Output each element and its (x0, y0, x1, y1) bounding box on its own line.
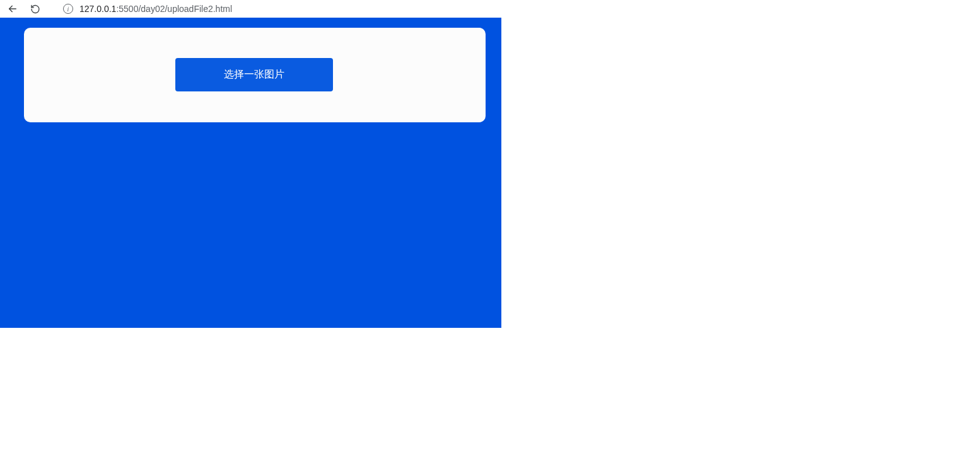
info-icon[interactable]: i (63, 4, 73, 14)
url-path: :5500/day02/uploadFile2.html (116, 4, 232, 14)
page-content-area: 选择一张图片 (0, 18, 501, 328)
browser-toolbar: i 127.0.0.1:5500/day02/uploadFile2.html (0, 0, 980, 18)
url-text: 127.0.0.1:5500/day02/uploadFile2.html (79, 4, 232, 14)
select-image-button-label: 选择一张图片 (224, 68, 284, 81)
url-host: 127.0.0.1 (79, 4, 116, 14)
url-bar[interactable]: i 127.0.0.1:5500/day02/uploadFile2.html (63, 4, 232, 14)
reload-icon[interactable] (30, 4, 40, 14)
back-icon[interactable] (8, 4, 18, 14)
upload-card: 选择一张图片 (24, 28, 486, 122)
nav-icons-group (8, 4, 40, 14)
select-image-button[interactable]: 选择一张图片 (175, 58, 333, 91)
